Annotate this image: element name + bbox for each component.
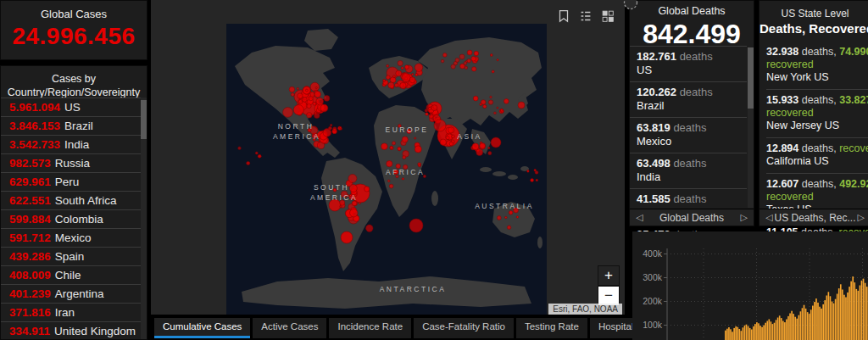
case-dot bbox=[405, 65, 409, 70]
country-case-row[interactable]: 622.551South Africa bbox=[1, 191, 147, 209]
chart-bar bbox=[828, 292, 830, 340]
chart-bar bbox=[845, 298, 847, 340]
case-dot bbox=[314, 92, 320, 98]
deaths-list-scrollbar[interactable] bbox=[748, 47, 754, 208]
state-name: New York US bbox=[766, 71, 868, 84]
death-count: 63.819 bbox=[637, 121, 670, 134]
state-name: California US bbox=[766, 155, 868, 168]
country-case-row[interactable]: 982.573Russia bbox=[1, 153, 147, 172]
recovered-unit: recovered bbox=[839, 142, 868, 154]
tab-active-cases[interactable]: Active Cases bbox=[253, 318, 326, 338]
death-count-line: 41.585 deaths bbox=[637, 192, 743, 206]
case-dot bbox=[403, 156, 406, 159]
country-case-row[interactable]: 3.542.733India bbox=[1, 135, 147, 153]
case-dot bbox=[402, 178, 403, 180]
country-case-row[interactable]: 599.884Colombia bbox=[1, 209, 147, 228]
country-case-row[interactable]: 629.961Peru bbox=[1, 172, 147, 191]
map-canvas[interactable]: NORTHAMERICAEUROPEASIAAFRICASOUTHAMERICA… bbox=[226, 24, 547, 315]
case-dot bbox=[481, 100, 486, 105]
case-dot bbox=[409, 219, 423, 232]
case-count: 591.712 bbox=[9, 231, 51, 244]
case-dot bbox=[330, 124, 331, 125]
chart-bar bbox=[779, 315, 781, 340]
global-cases-value: 24.996.456 bbox=[1, 23, 147, 50]
case-dot bbox=[283, 108, 293, 118]
case-count: 3.846.153 bbox=[9, 120, 60, 132]
case-dot bbox=[298, 93, 303, 98]
legend-icon[interactable] bbox=[576, 7, 594, 25]
scrollbar-thumb[interactable] bbox=[748, 47, 754, 109]
chart-bar bbox=[760, 326, 761, 340]
case-dot bbox=[298, 100, 303, 104]
us-state-row[interactable]: 15.933 deaths, 33.827recoveredNew Jersey… bbox=[766, 89, 868, 137]
case-dot bbox=[340, 206, 342, 208]
chart-bar bbox=[786, 320, 787, 340]
us-state-row[interactable]: 32.938 deaths, 74.990recoveredNew York U… bbox=[766, 42, 868, 89]
chart-bar bbox=[753, 326, 754, 340]
country-name: Russia bbox=[55, 157, 90, 170]
country-case-row[interactable]: 401.239Argentina bbox=[1, 284, 147, 303]
case-dot bbox=[401, 67, 403, 70]
case-dot bbox=[448, 127, 454, 133]
tab-case-fatality-ratio[interactable]: Case-Fatality Ratio bbox=[414, 318, 514, 338]
prev-panel-arrow-icon[interactable]: ◁ bbox=[636, 212, 643, 223]
basemap-icon[interactable] bbox=[598, 7, 616, 25]
chart-bar bbox=[821, 309, 822, 340]
country-name: Argentina bbox=[55, 287, 104, 300]
deaths-unit: deaths, bbox=[798, 142, 839, 154]
tab-testing-rate[interactable]: Testing Rate bbox=[516, 318, 587, 338]
case-dot bbox=[449, 142, 453, 145]
chart-bar bbox=[858, 291, 860, 340]
country-case-row[interactable]: 371.816Iran bbox=[1, 303, 147, 321]
country-name: Brazil bbox=[64, 120, 93, 132]
case-dot bbox=[324, 96, 330, 102]
us-state-row[interactable]: 12.894 deaths, recoveredCalifornia US bbox=[766, 137, 868, 173]
prev-panel-arrow-icon[interactable]: ◁ bbox=[765, 212, 772, 223]
map-continent-label: AMERICA bbox=[310, 193, 358, 202]
case-count: 982.573 bbox=[9, 157, 51, 170]
daily-cases-chart[interactable]: 100k200k300k400k bbox=[632, 231, 868, 340]
chart-bar bbox=[819, 307, 821, 340]
death-count-row[interactable]: 63.498 deathsIndia bbox=[630, 153, 747, 188]
chart-bar bbox=[833, 304, 835, 340]
case-count: 599.884 bbox=[9, 213, 51, 226]
country-case-row[interactable]: 408.009Chile bbox=[1, 265, 147, 284]
tab-incidence-rate[interactable]: Incidence Rate bbox=[329, 318, 411, 338]
next-panel-arrow-icon[interactable]: ▷ bbox=[858, 212, 865, 223]
us-state-line1: 32.938 deaths, 74.990 bbox=[766, 46, 868, 59]
case-count: 3.542.733 bbox=[9, 138, 60, 151]
death-count-line: 63.498 deaths bbox=[637, 157, 743, 170]
case-dot bbox=[467, 50, 472, 55]
death-count-row[interactable]: 120.262 deathsBrazil bbox=[630, 81, 747, 117]
deaths-unit: deaths, bbox=[798, 94, 839, 106]
zoom-in-button[interactable]: + bbox=[598, 265, 620, 286]
country-case-row[interactable]: 591.712Mexico bbox=[1, 228, 147, 247]
map-zoom-controls: + − bbox=[598, 265, 620, 306]
bookmark-icon[interactable] bbox=[554, 7, 572, 25]
tab-cumulative-cases[interactable]: Cumulative Cases bbox=[154, 318, 250, 338]
death-count-row[interactable]: 182.761 deathsUS bbox=[630, 46, 747, 81]
country-list-scrollbar[interactable] bbox=[141, 98, 147, 339]
next-panel-arrow-icon[interactable]: ▷ bbox=[741, 212, 748, 223]
country-case-row[interactable]: 3.846.153Brazil bbox=[1, 116, 147, 135]
scrollbar-thumb[interactable] bbox=[141, 100, 147, 139]
case-dot bbox=[491, 137, 501, 148]
death-count-row[interactable]: 63.819 deathsMexico bbox=[630, 117, 747, 153]
world-map[interactable]: NORTHAMERICAEUROPEASIAAFRICASOUTHAMERICA… bbox=[226, 24, 547, 315]
country-case-row[interactable]: 439.286Spain bbox=[1, 247, 147, 265]
case-dot bbox=[483, 105, 487, 109]
footer-label: US Deaths, Rec... bbox=[774, 212, 855, 224]
case-dot bbox=[476, 149, 483, 156]
chart-bar bbox=[812, 306, 814, 340]
chart-bar bbox=[738, 329, 740, 340]
case-count: 439.286 bbox=[9, 250, 51, 263]
country-case-row[interactable]: 334.911United Kingdom bbox=[1, 321, 147, 340]
chart-bar bbox=[756, 322, 758, 340]
country-name: Spain bbox=[55, 250, 85, 263]
country-case-row[interactable]: 5.961.094US bbox=[1, 98, 147, 116]
country-name: India bbox=[64, 138, 89, 151]
case-dot bbox=[459, 54, 465, 59]
state-recovered-count: 492.921 bbox=[839, 178, 868, 190]
clock-badge-icon[interactable] bbox=[623, 0, 638, 10]
case-dot bbox=[349, 185, 357, 192]
